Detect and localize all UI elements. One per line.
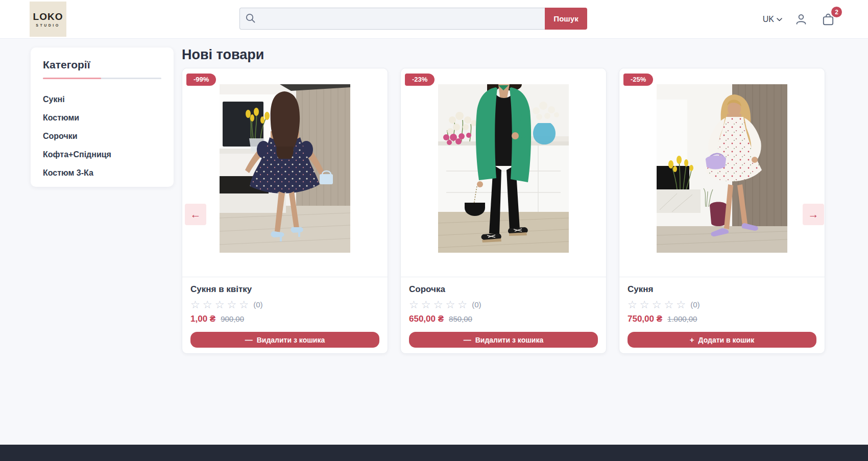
product-photo: [657, 84, 787, 253]
product-photo-link[interactable]: -23%: [401, 68, 606, 277]
rating-count: (0): [690, 300, 700, 309]
star-icon: ☆: [652, 299, 662, 310]
logo-text: LOKO: [33, 11, 63, 22]
star-icon: ☆: [239, 299, 249, 310]
product-prices: 650,00 ₴ 850,00: [409, 314, 598, 324]
sidebar-item-kostium-3ka[interactable]: Костюм 3-Ка: [43, 164, 161, 182]
search-button[interactable]: Пошук: [545, 8, 587, 30]
product-rating: ☆ ☆ ☆ ☆ ☆ (0): [190, 299, 379, 310]
account-button[interactable]: [793, 12, 809, 27]
rating-count: (0): [472, 300, 481, 309]
product-info: Сорочка ☆ ☆ ☆ ☆ ☆ (0) 650,00 ₴ 850,00 — …: [401, 277, 606, 356]
discount-badge: -23%: [405, 74, 435, 86]
header: LOKO STUDIO Пошук UK: [0, 0, 868, 39]
star-icon: ☆: [445, 299, 455, 310]
star-icon: ☆: [676, 299, 686, 310]
old-price: 1.000,00: [667, 314, 697, 323]
product-prices: 750,00 ₴ 1.000,00: [628, 314, 816, 324]
remove-from-cart-button[interactable]: — Видалити з кошика: [409, 332, 598, 348]
product-info: Сукня ☆ ☆ ☆ ☆ ☆ (0) 750,00 ₴ 1.000,00 + …: [619, 277, 825, 356]
product-rating: ☆ ☆ ☆ ☆ ☆ (0): [409, 299, 598, 310]
header-actions: UK 2: [763, 0, 836, 39]
star-icon: ☆: [227, 299, 236, 310]
person-icon: [794, 13, 808, 26]
new-products-carousel: -99%: [182, 68, 825, 359]
discount-badge: -99%: [186, 74, 216, 86]
search-bar: Пошук: [239, 8, 587, 30]
carousel-next-button[interactable]: →: [803, 204, 824, 225]
remove-from-cart-button[interactable]: — Видалити з кошика: [190, 332, 379, 348]
current-price: 650,00 ₴: [409, 314, 444, 324]
page-title: Нові товари: [182, 47, 264, 63]
categories-divider: [43, 78, 161, 79]
product-card: -99%: [182, 68, 388, 354]
product-photo: [438, 84, 569, 253]
language-label: UK: [763, 15, 774, 24]
product-title[interactable]: Сорочка: [409, 284, 598, 295]
logo-subtitle: STUDIO: [36, 23, 60, 27]
product-photo-link[interactable]: -99%: [182, 68, 388, 277]
product-card: -25%: [619, 68, 825, 354]
old-price: 900,00: [221, 314, 244, 323]
star-icon: ☆: [664, 299, 673, 310]
star-icon: ☆: [433, 299, 443, 310]
product-prices: 1,00 ₴ 900,00: [190, 314, 379, 324]
sidebar-item-sukni[interactable]: Сукні: [43, 90, 161, 109]
language-selector[interactable]: UK: [763, 15, 782, 24]
minus-icon: —: [464, 335, 471, 344]
old-price: 850,00: [449, 314, 472, 323]
arrow-right-icon: →: [808, 208, 819, 221]
chevron-down-icon: [777, 18, 782, 21]
minus-icon: —: [245, 335, 253, 344]
star-icon: ☆: [421, 299, 431, 310]
carousel-prev-button[interactable]: ←: [185, 204, 206, 225]
current-price: 1,00 ₴: [190, 314, 215, 324]
sidebar-item-kostiumy[interactable]: Костюми: [43, 109, 161, 127]
star-icon: ☆: [190, 299, 200, 310]
product-title[interactable]: Сукня: [628, 284, 816, 295]
sidebar-item-kofta-spidnytsia[interactable]: Кофта+Спідниця: [43, 145, 161, 164]
cart-button-label: Видалити з кошика: [257, 336, 325, 344]
product-photo: [220, 84, 350, 253]
star-icon: ☆: [215, 299, 225, 310]
sidebar-item-sorochky[interactable]: Сорочки: [43, 127, 161, 145]
cart-button-label: Додати в кошик: [698, 336, 755, 344]
product-info: Сукня в квітку ☆ ☆ ☆ ☆ ☆ (0) 1,00 ₴ 900,…: [182, 277, 388, 356]
footer: [0, 445, 868, 461]
star-icon: ☆: [409, 299, 419, 310]
discount-badge: -25%: [623, 74, 653, 86]
add-to-cart-button[interactable]: + Додати в кошик: [628, 332, 816, 348]
cart-count-badge: 2: [831, 7, 842, 17]
plus-icon: +: [690, 335, 694, 344]
search-input[interactable]: [239, 8, 545, 30]
categories-title: Категорії: [43, 59, 161, 71]
categories-panel: Категорії Сукні Костюми Сорочки Кофта+Сп…: [31, 47, 174, 187]
product-rating: ☆ ☆ ☆ ☆ ☆ (0): [628, 299, 816, 310]
logo[interactable]: LOKO STUDIO: [30, 2, 66, 37]
product-photo-link[interactable]: -25%: [619, 68, 825, 277]
current-price: 750,00 ₴: [628, 314, 662, 324]
cart-button[interactable]: 2: [820, 11, 836, 28]
star-icon: ☆: [640, 299, 649, 310]
product-card: -23%: [400, 68, 607, 354]
product-title[interactable]: Сукня в квітку: [190, 284, 379, 295]
star-icon: ☆: [457, 299, 467, 310]
categories-list: Сукні Костюми Сорочки Кофта+Спідниця Кос…: [43, 90, 161, 182]
cart-button-label: Видалити з кошика: [475, 336, 544, 344]
star-icon: ☆: [203, 299, 212, 310]
rating-count: (0): [253, 300, 262, 309]
star-icon: ☆: [628, 299, 637, 310]
arrow-left-icon: ←: [190, 208, 201, 221]
